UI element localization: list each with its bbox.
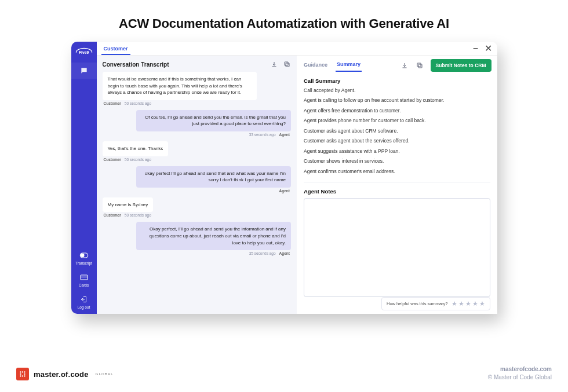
download-icon[interactable] bbox=[270, 60, 278, 68]
svg-text:Five9: Five9 bbox=[78, 50, 89, 54]
message-meta: Customer50 seconds ago bbox=[104, 213, 151, 217]
footer-copyright: masterofcode.com © Master of Code Global bbox=[488, 365, 552, 382]
svg-point-16 bbox=[24, 375, 25, 376]
call-summary-heading: Call Summary bbox=[304, 78, 490, 84]
message-bubble: My name is Sydney bbox=[103, 197, 154, 213]
svg-point-2 bbox=[81, 254, 83, 257]
summary-line: Customer asks agent about CRM software. bbox=[304, 128, 490, 134]
summary-copy-icon[interactable] bbox=[416, 61, 424, 69]
transcript-icon bbox=[79, 251, 89, 260]
message-meta: Customer50 seconds ago bbox=[104, 157, 151, 162]
svg-rect-7 bbox=[418, 64, 422, 68]
moc-logo: master.of.code GLOBAL bbox=[16, 368, 114, 380]
message-meta: Customer50 seconds ago bbox=[104, 101, 151, 105]
tab-customer[interactable]: Customer bbox=[101, 42, 130, 55]
summary-line: Customer shows interest in services. bbox=[304, 158, 490, 164]
summary-line: Agent confirms customer's email address. bbox=[304, 168, 490, 175]
message-row: Okay perfect, I'll go ahead and send you… bbox=[103, 222, 292, 259]
page-title: ACW Documentation Automatization with Ge… bbox=[0, 0, 568, 42]
submit-notes-button[interactable]: Submit Notes to CRM bbox=[431, 59, 491, 72]
footer-copy: © Master of Code Global bbox=[488, 373, 552, 382]
sidebar-label-cards: Cards bbox=[79, 283, 89, 287]
star-5[interactable]: ★ bbox=[479, 300, 485, 307]
message-meta: 35 seconds agoAgent bbox=[249, 251, 290, 255]
message-bubble: Of course, I'll go ahead and send you th… bbox=[136, 110, 291, 131]
summary-download-icon[interactable] bbox=[400, 61, 409, 69]
moc-mark-icon bbox=[16, 368, 29, 380]
main-area: Customer − ✕ Conversation Transcript Th bbox=[97, 42, 497, 314]
summary-line: Agent provides phone number for customer… bbox=[304, 118, 490, 124]
feedback-prompt: How helpful was this summary? bbox=[387, 301, 447, 306]
star-1[interactable]: ★ bbox=[452, 300, 457, 307]
message-row: That would be awesome and if this is som… bbox=[103, 72, 292, 109]
star-2[interactable]: ★ bbox=[458, 300, 464, 307]
sidebar: Five9 Transcript Cards Log out bbox=[71, 42, 97, 314]
five9-logo: Five9 bbox=[74, 45, 94, 57]
sidebar-label-transcript: Transcript bbox=[75, 261, 92, 265]
app-window: Five9 Transcript Cards Log out Cust bbox=[71, 42, 497, 314]
svg-rect-3 bbox=[81, 275, 88, 280]
message-bubble: That would be awesome and if this is som… bbox=[103, 72, 257, 100]
summary-line: Call accepted by Agent. bbox=[304, 87, 490, 94]
topbar: Customer − ✕ bbox=[97, 42, 497, 56]
tab-summary[interactable]: Summary bbox=[336, 59, 362, 72]
feedback-bar: How helpful was this summary? ★ ★ ★ ★ ★ bbox=[381, 297, 490, 310]
sidebar-label-logout: Log out bbox=[78, 305, 90, 309]
transcript-title: Conversation Transcript bbox=[103, 61, 169, 68]
summary-line: Agent offers free demonstration to custo… bbox=[304, 108, 490, 114]
message-row: My name is SydneyCustomer50 seconds ago bbox=[103, 197, 292, 221]
tab-guidance[interactable]: Guidance bbox=[303, 60, 329, 71]
sidebar-item-transcript[interactable]: Transcript bbox=[71, 248, 97, 270]
svg-point-13 bbox=[24, 373, 25, 375]
sidebar-chat-icon[interactable] bbox=[71, 63, 97, 79]
svg-point-14 bbox=[20, 375, 21, 376]
footer-domain: masterofcode.com bbox=[488, 365, 552, 373]
logout-icon bbox=[79, 295, 89, 304]
minimize-button[interactable]: − bbox=[472, 45, 480, 53]
divider bbox=[304, 182, 490, 182]
transcript-pane: Conversation Transcript That would be aw… bbox=[97, 56, 297, 314]
message-bubble: Okay perfect, I'll go ahead and send you… bbox=[136, 222, 291, 250]
moc-subtext: GLOBAL bbox=[96, 372, 114, 376]
rating-stars: ★ ★ ★ ★ ★ bbox=[452, 300, 485, 307]
svg-point-9 bbox=[20, 371, 21, 372]
message-row: Yes, that's the one. ThanksCustomer50 se… bbox=[103, 141, 292, 165]
copy-icon[interactable] bbox=[283, 60, 291, 68]
star-4[interactable]: ★ bbox=[472, 300, 478, 307]
message-meta: 33 seconds agoAgent bbox=[249, 133, 290, 137]
summary-lines: Call accepted by Agent.Agent is calling … bbox=[304, 87, 490, 178]
agent-notes-input[interactable] bbox=[304, 198, 490, 297]
star-3[interactable]: ★ bbox=[465, 300, 471, 307]
svg-point-10 bbox=[22, 371, 23, 372]
close-button[interactable]: ✕ bbox=[485, 45, 493, 53]
moc-wordmark: master.of.code bbox=[34, 370, 89, 379]
message-row: okay perfect I'll go ahead and send that… bbox=[103, 166, 292, 196]
message-list: That would be awesome and if this is som… bbox=[97, 72, 297, 314]
svg-rect-5 bbox=[286, 63, 289, 67]
svg-point-12 bbox=[20, 373, 21, 375]
message-bubble: okay perfect I'll go ahead and send that… bbox=[136, 166, 291, 188]
message-bubble: Yes, that's the one. Thanks bbox=[103, 141, 169, 156]
summary-pane: Guidance Summary Submit Notes to CRM Cal… bbox=[297, 56, 497, 314]
sidebar-item-logout[interactable]: Log out bbox=[71, 292, 97, 314]
svg-rect-6 bbox=[285, 62, 288, 65]
svg-point-11 bbox=[24, 371, 25, 372]
agent-notes-heading: Agent Notes bbox=[304, 188, 490, 195]
sidebar-item-cards[interactable]: Cards bbox=[71, 270, 97, 292]
summary-line: Agent suggests assistance with a PPP loa… bbox=[304, 148, 490, 155]
cards-icon bbox=[79, 273, 89, 282]
message-meta: Agent bbox=[279, 189, 290, 193]
summary-line: Agent is calling to follow up on free ac… bbox=[304, 97, 490, 104]
svg-rect-8 bbox=[417, 63, 421, 67]
svg-point-15 bbox=[22, 375, 23, 376]
message-row: Of course, I'll go ahead and send you th… bbox=[103, 110, 292, 140]
summary-line: Customer asks agent about the services o… bbox=[304, 138, 490, 144]
